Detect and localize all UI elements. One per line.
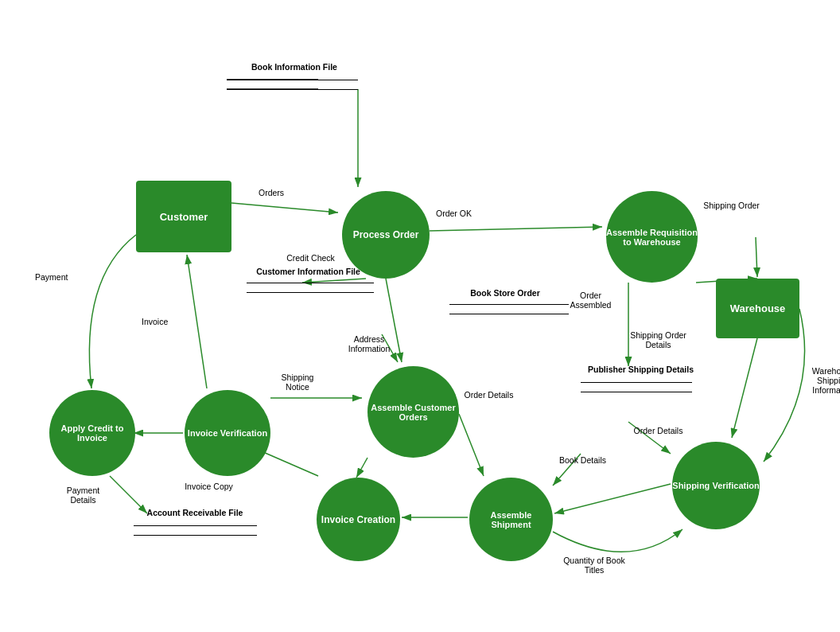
assemble-requisition-node: Assemble Requisition to Warehouse	[606, 191, 698, 283]
apply-credit-node: Apply Credit to Invoice	[49, 390, 135, 476]
shipping-verification-node: Shipping Verification	[672, 442, 760, 529]
customer-label: Customer	[160, 211, 208, 223]
arf-label: Account Receivable File	[131, 508, 259, 517]
bso-label: Book Store Order	[441, 288, 569, 298]
payment-label: Payment	[35, 272, 68, 282]
invoice-verification-label: Invoice Verification	[188, 428, 267, 438]
invoice-verification-node: Invoice Verification	[185, 390, 270, 476]
assemble-customer-orders-node: Assemble Customer Orders	[368, 366, 459, 458]
book-info-file-line2	[227, 89, 358, 90]
payment-details-label: Payment Details	[57, 486, 109, 505]
apply-credit-label: Apply Credit to Invoice	[49, 423, 135, 443]
shipping-verification-label: Shipping Verification	[672, 481, 759, 490]
diagram-container: Book Information File Customer Informati…	[0, 0, 840, 632]
cif-line2	[247, 292, 374, 293]
psd-line2	[581, 392, 692, 392]
address-info-label: Address Information	[337, 334, 401, 353]
cif-label: Customer Information File	[247, 267, 370, 276]
shipping-order-details-label: Shipping Order Details	[628, 330, 688, 349]
arf-line1	[134, 525, 257, 526]
shipping-order-label: Shipping Order	[702, 201, 761, 210]
arf-line2	[134, 535, 257, 536]
process-order-node: Process Order	[342, 191, 430, 279]
invoice-creation-label: Invoice Creation	[321, 514, 395, 525]
invoice-label: Invoice	[142, 317, 168, 326]
process-order-label: Process Order	[353, 229, 419, 240]
shipping-notice-label: Shipping Notice	[270, 373, 325, 392]
assemble-customer-orders-label: Assemble Customer Orders	[368, 403, 459, 422]
warehouse-label: Warehouse	[730, 302, 786, 314]
order-details1-label: Order Details	[463, 390, 515, 400]
psd-label: Publisher Shipping Details	[579, 365, 702, 374]
quantity-label: Quantity of Book Titles	[558, 556, 630, 575]
order-assembled-label: Order Assembled	[561, 291, 620, 310]
order-details2-label: Order Details	[632, 426, 684, 435]
customer-node: Customer	[136, 181, 231, 252]
order-ok-label: Order OK	[436, 209, 472, 218]
cif-line1	[247, 283, 374, 283]
warehouse-node: Warehouse	[716, 279, 799, 338]
credit-check-label: Credit Check	[285, 253, 336, 263]
bso-line1	[449, 304, 569, 305]
assemble-requisition-label: Assemble Requisition to Warehouse	[606, 228, 698, 247]
book-info-file-label: Book Information File	[227, 62, 362, 72]
psd-line1	[581, 382, 692, 383]
bso-line2	[449, 314, 569, 314]
book-info-file-line1	[227, 80, 358, 80]
assemble-shipment-node: Assemble Shipment	[469, 478, 553, 561]
assemble-shipment-label: Assemble Shipment	[469, 510, 553, 529]
orders-label: Orders	[259, 188, 284, 197]
arrows-svg	[0, 0, 840, 632]
invoice-copy-label: Invoice Copy	[183, 482, 235, 491]
warehouse-shipping-label: Warehouse Shipping Information	[803, 366, 840, 395]
book-details-label: Book Details	[557, 455, 609, 465]
invoice-creation-node: Invoice Creation	[317, 478, 400, 561]
